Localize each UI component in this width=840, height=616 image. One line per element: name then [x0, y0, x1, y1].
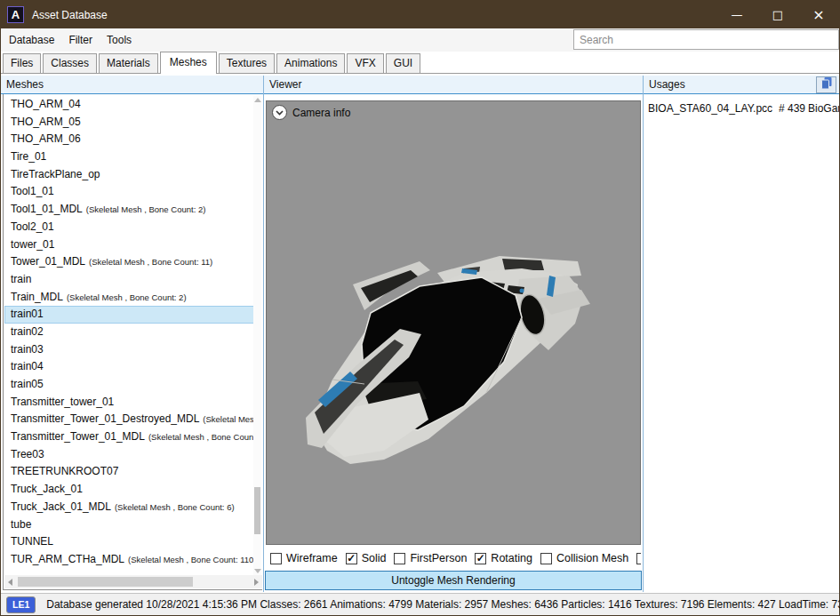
mesh-list-item[interactable]: Transmitter_tower_01 [4, 394, 254, 412]
chevron-down-icon[interactable] [272, 105, 287, 120]
vertical-scroll-thumb[interactable] [254, 487, 260, 534]
mesh-list-item[interactable]: TireTrackPlane_op [4, 166, 254, 184]
scroll-left-icon[interactable] [8, 579, 12, 586]
mesh-list: THO_ARM_04THO_ARM_05THO_ARM_06Tire_01Tir… [3, 94, 262, 590]
mesh-list-item[interactable]: Tower_01_MDL(Skeletal Mesh , Bone Count:… [4, 253, 254, 271]
mesh-list-item[interactable]: TUNNEL [4, 533, 254, 551]
mesh-name: Tower_01_MDL [11, 255, 85, 268]
checkbox-unchecked-icon[interactable] [540, 553, 552, 564]
checkbox-firstperson[interactable]: FirstPerson [394, 552, 467, 564]
titlebar[interactable]: A Asset Database — □ × [1, 1, 839, 28]
mesh-list-item[interactable]: Truck_Jack_01_MDL(Skeletal Mesh , Bone C… [4, 499, 254, 516]
usage-row[interactable]: BIOA_STA60_04_LAY.pcc# 439BioGar [644, 100, 839, 117]
checkbox-rotating[interactable]: ✓Rotating [475, 552, 532, 564]
mesh-name: train01 [11, 308, 44, 320]
tab-classes[interactable]: Classes [43, 53, 97, 73]
mesh-name: train05 [11, 378, 44, 390]
tab-gui[interactable]: GUI [386, 53, 420, 73]
mesh-name: Transmitter_Tower_01_MDL [11, 430, 145, 443]
mesh-list-item[interactable]: THO_ARM_05 [4, 114, 254, 132]
checkbox-checked-icon[interactable]: ✓ [346, 553, 357, 564]
mesh-list-item[interactable]: train [4, 271, 254, 289]
mesh-list-item[interactable]: train02 [4, 324, 254, 341]
camera-info-expander[interactable]: Camera info [272, 105, 350, 120]
checkbox-unchecked-icon[interactable] [394, 553, 405, 564]
search-input[interactable] [573, 29, 839, 50]
menu-item-database[interactable]: Database [3, 29, 60, 51]
horizontal-scrollbar[interactable] [4, 575, 262, 588]
checkbox-collision-mesh[interactable]: Collision Mesh [540, 552, 628, 564]
tab-animations[interactable]: Animations [276, 53, 345, 73]
viewer-panel-header: Viewer [264, 76, 643, 93]
mesh-list-item[interactable]: tube [4, 516, 254, 534]
mesh-list-item[interactable]: train03 [4, 341, 254, 359]
mesh-name: Truck_Jack_01 [11, 483, 83, 495]
mesh-list-item[interactable]: Transmitter_Tower_01_Destroyed_MDL(Skele… [4, 411, 254, 428]
maximize-button[interactable]: □ [757, 1, 798, 28]
meshes-panel-header: Meshes [1, 76, 263, 93]
app-window: A Asset Database — □ × DatabaseFilterToo… [0, 0, 840, 616]
checkbox-unchecked-icon[interactable] [270, 553, 282, 564]
mesh-list-item[interactable]: train04 [4, 358, 254, 376]
window-controls: — □ × [716, 1, 839, 28]
mesh-viewport[interactable]: Camera info [266, 100, 641, 545]
scroll-right-icon[interactable] [254, 579, 259, 586]
mesh-list-item[interactable]: Tool2_01 [4, 219, 254, 236]
mesh-list-item[interactable]: Tool1_01 [4, 183, 254, 201]
mesh-list-item[interactable]: train05 [4, 376, 254, 394]
mesh-subinfo: (Skeletal Mesh , Bone Count: 110) [128, 555, 254, 564]
mesh-list-item[interactable]: Truck_Jack_01 [4, 481, 254, 499]
close-button[interactable]: × [798, 1, 839, 28]
tab-files[interactable]: Files [3, 53, 41, 73]
mesh-name: Tire_01 [11, 150, 46, 163]
mesh-list-item[interactable]: tower_01 [4, 236, 254, 254]
splitter-left[interactable] [263, 76, 264, 592]
usage-export-number: # 439 [779, 102, 808, 115]
horizontal-scroll-thumb[interactable] [18, 577, 193, 587]
mesh-name: TUR_ARM_CTHa_MDL [11, 553, 124, 565]
mesh-list-item[interactable]: TREETRUNKROOT07 [4, 463, 254, 481]
minimize-button[interactable]: — [716, 1, 757, 28]
mesh-list-item[interactable]: Tool1_01_MDL(Skeletal Mesh , Bone Count:… [4, 201, 254, 219]
mesh-name: train [11, 273, 31, 285]
mesh-name: Transmitter_Tower_01_Destroyed_MDL [11, 412, 199, 425]
menu-item-filter[interactable]: Filter [62, 29, 99, 51]
status-text: Database generated 10/28/2021 4:15:36 PM… [46, 598, 840, 611]
scroll-up-icon[interactable] [254, 98, 261, 102]
mesh-subinfo: (Skeletal Mesh , Bone Count: [148, 432, 254, 442]
checkbox-label: Rotating [491, 552, 532, 564]
untoggle-mesh-rendering-button[interactable]: Untoggle Mesh Rendering [265, 571, 642, 590]
tab-vfx[interactable]: VFX [347, 53, 383, 73]
mesh-list-item[interactable]: Train_MDL(Skeletal Mesh , Bone Count: 2) [4, 289, 254, 307]
game-badge: LE1 [6, 596, 36, 613]
app-icon: A [7, 6, 24, 23]
mesh-list-item[interactable]: Tree03 [4, 446, 254, 464]
mesh-name: tube [11, 518, 31, 531]
mesh-name: THO_ARM_06 [11, 132, 81, 145]
mesh-name: TUNNEL [11, 535, 53, 548]
menu-item-tools[interactable]: Tools [100, 29, 138, 51]
mesh-name: tower_01 [11, 238, 54, 251]
tab-meshes[interactable]: Meshes [160, 52, 217, 74]
mesh-list-item[interactable]: Transmitter_Tower_01_MDL(Skeletal Mesh ,… [4, 428, 254, 446]
checkbox-checked-icon[interactable]: ✓ [475, 553, 486, 564]
checkbox-unchecked-icon[interactable] [636, 553, 641, 564]
checkbox-solid[interactable]: ✓Solid [346, 552, 387, 564]
mesh-name: train02 [11, 325, 44, 338]
checkbox-wireframe[interactable]: Wireframe [270, 552, 338, 564]
usage-context: BioGar [808, 102, 839, 115]
checkbox-sho[interactable]: Sho [636, 552, 641, 564]
mesh-list-item[interactable]: THO_ARM_04 [4, 96, 254, 114]
vertical-scrollbar[interactable] [253, 96, 261, 575]
tab-textures[interactable]: Textures [219, 53, 275, 73]
copy-usages-button[interactable] [816, 76, 836, 93]
scroll-down-icon[interactable] [254, 569, 261, 573]
mesh-list-item[interactable]: train01 [4, 306, 254, 324]
mesh-subinfo: (Skeletal Mesh , Bone Count: 11) [89, 257, 212, 267]
mesh-list-item[interactable]: THO_ARM_06 [4, 131, 254, 148]
tab-materials[interactable]: Materials [99, 53, 158, 73]
mesh-list-item[interactable]: Tire_01 [4, 148, 254, 166]
mesh-list-item[interactable]: TUR_ARM_CTHa_MDL(Skeletal Mesh , Bone Co… [4, 551, 254, 569]
copy-icon [820, 76, 833, 93]
mesh-render-car [267, 101, 640, 544]
